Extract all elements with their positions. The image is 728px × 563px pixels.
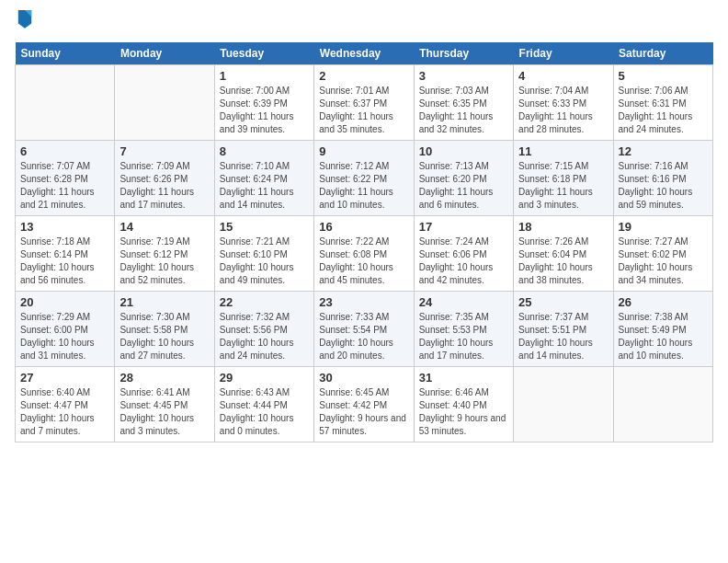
day-info: Sunrise: 7:01 AM Sunset: 6:37 PM Dayligh… [319,85,408,136]
day-number: 14 [119,220,209,234]
calendar-cell: 4Sunrise: 7:04 AM Sunset: 6:33 PM Daylig… [514,64,613,140]
calendar-cell: 3Sunrise: 7:03 AM Sunset: 6:35 PM Daylig… [414,64,513,140]
day-info: Sunrise: 7:15 AM Sunset: 6:18 PM Dayligh… [518,160,608,212]
calendar-cell: 19Sunrise: 7:27 AM Sunset: 6:02 PM Dayli… [613,215,712,291]
day-info: Sunrise: 7:04 AM Sunset: 6:33 PM Dayligh… [518,85,608,136]
day-number: 30 [319,371,408,385]
day-info: Sunrise: 7:00 AM Sunset: 6:39 PM Dayligh… [220,85,309,136]
day-info: Sunrise: 6:43 AM Sunset: 4:44 PM Dayligh… [220,386,309,438]
calendar-cell [115,64,214,140]
calendar-cell: 14Sunrise: 7:19 AM Sunset: 6:12 PM Dayli… [115,215,214,291]
day-info: Sunrise: 7:26 AM Sunset: 6:04 PM Dayligh… [518,236,608,287]
day-info: Sunrise: 7:21 AM Sunset: 6:10 PM Dayligh… [220,236,309,287]
day-number: 16 [319,220,408,234]
day-header-monday: Monday [115,42,214,65]
day-info: Sunrise: 7:32 AM Sunset: 5:56 PM Dayligh… [220,311,309,362]
day-number: 5 [619,69,708,83]
logo-icon [17,8,33,29]
calendar-cell: 6Sunrise: 7:07 AM Sunset: 6:28 PM Daylig… [16,140,115,215]
week-row-5: 27Sunrise: 6:40 AM Sunset: 4:47 PM Dayli… [16,366,713,442]
day-number: 18 [518,220,608,234]
day-number: 24 [419,295,508,309]
calendar-cell [613,366,712,442]
day-info: Sunrise: 6:45 AM Sunset: 4:42 PM Dayligh… [319,386,408,438]
day-info: Sunrise: 7:33 AM Sunset: 5:54 PM Dayligh… [319,311,408,362]
day-info: Sunrise: 6:41 AM Sunset: 4:45 PM Dayligh… [119,386,209,438]
calendar-header-row: SundayMondayTuesdayWednesdayThursdayFrid… [16,42,713,65]
calendar-cell: 10Sunrise: 7:13 AM Sunset: 6:20 PM Dayli… [414,140,513,215]
calendar-cell: 11Sunrise: 7:15 AM Sunset: 6:18 PM Dayli… [514,140,613,215]
day-info: Sunrise: 7:12 AM Sunset: 6:22 PM Dayligh… [319,160,408,212]
calendar-cell: 12Sunrise: 7:16 AM Sunset: 6:16 PM Dayli… [613,140,712,215]
day-number: 3 [419,69,508,83]
day-info: Sunrise: 7:30 AM Sunset: 5:58 PM Dayligh… [119,311,209,362]
day-header-thursday: Thursday [414,42,513,65]
day-header-tuesday: Tuesday [214,42,313,65]
calendar-cell: 17Sunrise: 7:24 AM Sunset: 6:06 PM Dayli… [414,215,513,291]
calendar-cell: 13Sunrise: 7:18 AM Sunset: 6:14 PM Dayli… [16,215,115,291]
calendar-cell: 28Sunrise: 6:41 AM Sunset: 4:45 PM Dayli… [115,366,214,442]
calendar-cell: 8Sunrise: 7:10 AM Sunset: 6:24 PM Daylig… [214,140,313,215]
calendar-cell: 1Sunrise: 7:00 AM Sunset: 6:39 PM Daylig… [214,64,313,140]
day-info: Sunrise: 7:06 AM Sunset: 6:31 PM Dayligh… [619,85,708,136]
day-header-friday: Friday [514,42,613,65]
day-info: Sunrise: 7:19 AM Sunset: 6:12 PM Dayligh… [119,236,209,287]
day-number: 20 [20,295,109,309]
calendar-cell: 16Sunrise: 7:22 AM Sunset: 6:08 PM Dayli… [314,215,414,291]
day-header-saturday: Saturday [613,42,712,65]
day-info: Sunrise: 7:16 AM Sunset: 6:16 PM Dayligh… [619,160,708,212]
day-number: 17 [419,220,508,234]
day-number: 4 [518,69,608,83]
day-info: Sunrise: 7:09 AM Sunset: 6:26 PM Dayligh… [119,160,209,212]
calendar-cell: 7Sunrise: 7:09 AM Sunset: 6:26 PM Daylig… [115,140,214,215]
day-number: 11 [518,144,608,158]
day-number: 9 [319,144,408,158]
calendar-cell [16,64,115,140]
day-number: 10 [419,144,508,158]
calendar-cell: 22Sunrise: 7:32 AM Sunset: 5:56 PM Dayli… [214,291,313,366]
day-number: 26 [619,295,708,309]
day-number: 19 [619,220,708,234]
day-number: 13 [20,220,109,234]
day-number: 21 [119,295,209,309]
calendar-cell: 26Sunrise: 7:38 AM Sunset: 5:49 PM Dayli… [613,291,712,366]
day-info: Sunrise: 7:37 AM Sunset: 5:51 PM Dayligh… [518,311,608,362]
day-number: 31 [419,371,508,385]
logo [15,15,33,33]
day-number: 22 [220,295,309,309]
calendar-cell: 9Sunrise: 7:12 AM Sunset: 6:22 PM Daylig… [314,140,414,215]
week-row-3: 13Sunrise: 7:18 AM Sunset: 6:14 PM Dayli… [16,215,713,291]
day-number: 29 [220,371,309,385]
calendar-table: SundayMondayTuesdayWednesdayThursdayFrid… [15,42,713,442]
day-info: Sunrise: 7:18 AM Sunset: 6:14 PM Dayligh… [20,236,109,287]
day-number: 12 [619,144,708,158]
calendar-cell: 20Sunrise: 7:29 AM Sunset: 6:00 PM Dayli… [16,291,115,366]
calendar-cell: 21Sunrise: 7:30 AM Sunset: 5:58 PM Dayli… [115,291,214,366]
day-number: 1 [220,69,309,83]
day-number: 2 [319,69,408,83]
day-info: Sunrise: 7:10 AM Sunset: 6:24 PM Dayligh… [220,160,309,212]
week-row-4: 20Sunrise: 7:29 AM Sunset: 6:00 PM Dayli… [16,291,713,366]
day-info: Sunrise: 7:22 AM Sunset: 6:08 PM Dayligh… [319,236,408,287]
day-header-wednesday: Wednesday [314,42,414,65]
calendar-cell: 27Sunrise: 6:40 AM Sunset: 4:47 PM Dayli… [16,366,115,442]
day-number: 25 [518,295,608,309]
calendar-cell [514,366,613,442]
calendar-cell: 5Sunrise: 7:06 AM Sunset: 6:31 PM Daylig… [613,64,712,140]
calendar-cell: 30Sunrise: 6:45 AM Sunset: 4:42 PM Dayli… [314,366,414,442]
day-info: Sunrise: 7:38 AM Sunset: 5:49 PM Dayligh… [619,311,708,362]
calendar-cell: 24Sunrise: 7:35 AM Sunset: 5:53 PM Dayli… [414,291,513,366]
day-header-sunday: Sunday [16,42,115,65]
day-number: 8 [220,144,309,158]
calendar-cell: 31Sunrise: 6:46 AM Sunset: 4:40 PM Dayli… [414,366,513,442]
day-number: 15 [220,220,309,234]
day-info: Sunrise: 6:46 AM Sunset: 4:40 PM Dayligh… [419,386,508,438]
day-info: Sunrise: 7:27 AM Sunset: 6:02 PM Dayligh… [619,236,708,287]
week-row-1: 1Sunrise: 7:00 AM Sunset: 6:39 PM Daylig… [16,64,713,140]
day-info: Sunrise: 7:24 AM Sunset: 6:06 PM Dayligh… [419,236,508,287]
day-number: 23 [319,295,408,309]
day-info: Sunrise: 7:07 AM Sunset: 6:28 PM Dayligh… [20,160,109,212]
day-info: Sunrise: 7:35 AM Sunset: 5:53 PM Dayligh… [419,311,508,362]
week-row-2: 6Sunrise: 7:07 AM Sunset: 6:28 PM Daylig… [16,140,713,215]
calendar-cell: 2Sunrise: 7:01 AM Sunset: 6:37 PM Daylig… [314,64,414,140]
